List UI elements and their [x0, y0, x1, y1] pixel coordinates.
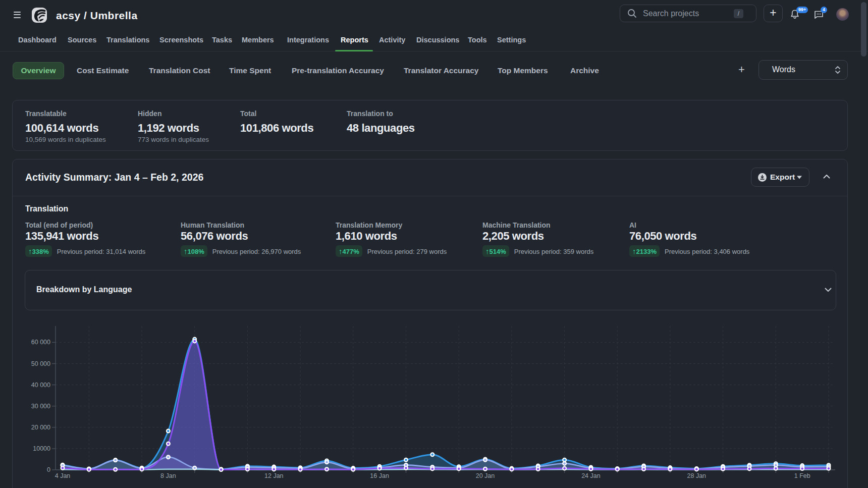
svg-text:28 Jan: 28 Jan: [687, 472, 707, 479]
svg-text:1 Feb: 1 Feb: [794, 472, 810, 479]
svg-text:20 Jan: 20 Jan: [476, 472, 495, 479]
svg-text:12 Jan: 12 Jan: [264, 472, 284, 479]
svg-text:8 Jan: 8 Jan: [160, 472, 176, 479]
svg-text:16 Jan: 16 Jan: [370, 472, 389, 479]
svg-text:60 000: 60 000: [31, 339, 50, 346]
svg-text:20 000: 20 000: [31, 424, 50, 431]
svg-text:50 000: 50 000: [31, 360, 50, 367]
svg-text:40 000: 40 000: [31, 382, 50, 389]
svg-text:4 Jan: 4 Jan: [55, 472, 71, 479]
svg-text:10000: 10000: [33, 445, 50, 452]
svg-text:24 Jan: 24 Jan: [581, 472, 601, 479]
svg-text:0: 0: [47, 466, 50, 473]
svg-text:30 000: 30 000: [31, 403, 50, 410]
